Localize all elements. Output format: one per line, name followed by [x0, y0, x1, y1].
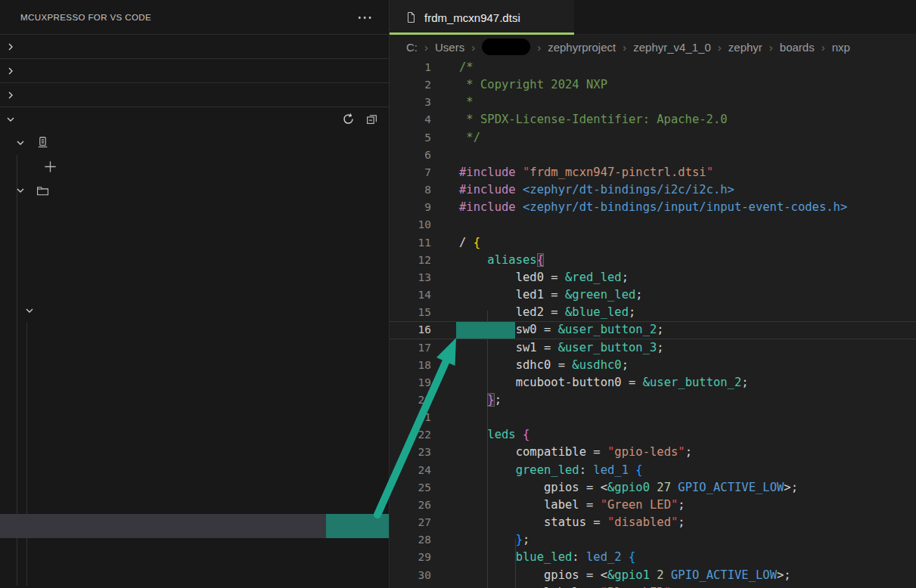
tree-item-led2[interactable] [0, 370, 389, 395]
tab-frdm-mcxn947-dtsi[interactable]: frdm_mcxn947.dtsi [390, 0, 574, 35]
code-line-3[interactable]: 3 * [390, 94, 916, 111]
breadcrumb-item-c[interactable]: C: [406, 41, 418, 54]
breadcrumb-item-boards[interactable]: boards [780, 41, 815, 54]
code-line-26[interactable]: 26 label = "Green LED"; [390, 497, 916, 514]
line-number[interactable]: 1 [390, 59, 431, 76]
more-actions-icon[interactable]: ⋯ [357, 14, 374, 21]
line-number[interactable]: 17 [390, 339, 431, 357]
tree-item-pwm-1[interactable] [0, 442, 389, 466]
line-number[interactable]: 30 [390, 567, 431, 584]
code-line-25[interactable]: 25 gpios = <&gpio0 27 GPIO_ACTIVE_LOW>; [390, 479, 916, 497]
breadcrumb-item-users[interactable]: Users [435, 41, 464, 54]
refresh-icon[interactable] [342, 113, 355, 125]
breadcrumb-item-zephyr[interactable]: zephyr [728, 41, 762, 54]
tree-item-sw1[interactable] [0, 538, 389, 562]
code-line-11[interactable]: 11/ { [390, 234, 916, 252]
code-line-28[interactable]: 28 }; [390, 531, 916, 549]
code-line-16[interactable]: 16 sw0 = &user_button_2; [390, 321, 916, 339]
line-number[interactable]: 3 [390, 94, 431, 111]
tree-item-sw0[interactable] [0, 514, 389, 538]
code-line-29[interactable]: 29 blue_led: led_2 { [390, 549, 916, 566]
line-number[interactable]: 22 [390, 426, 431, 444]
line-number[interactable]: 18 [390, 357, 431, 374]
code-line-31[interactable]: 31 label = "Blue LED"; [390, 584, 916, 588]
breadcrumb-item-nxp[interactable]: nxp [832, 41, 850, 54]
line-number[interactable]: 7 [390, 164, 431, 181]
tree-item-aliases[interactable] [0, 299, 389, 323]
line-number[interactable]: 4 [390, 111, 431, 128]
code-line-4[interactable]: 4 * SPDX-License-Identifier: Apache-2.0 [390, 111, 916, 128]
section-header-projects[interactable] [0, 82, 389, 107]
code-editor[interactable]: 1/*2 * Copyright 2024 NXP3 *4 * SPDX-Lic… [390, 59, 916, 588]
line-number[interactable]: 26 [390, 497, 431, 514]
code-line-21[interactable]: 21 [390, 409, 916, 426]
code-line-22[interactable]: 22 leds { [390, 426, 916, 444]
code-text: green_led: led_1 { [459, 463, 643, 477]
tree-item-model[interactable] [0, 274, 389, 299]
code-line-18[interactable]: 18 sdhc0 = &usdhc0; [390, 357, 916, 374]
line-number[interactable]: 11 [390, 234, 431, 252]
tree-item-rtc[interactable] [0, 466, 389, 491]
tree-item-overlay-files[interactable] [0, 131, 389, 155]
tree-item-button[interactable] [0, 178, 389, 203]
redacted-username [482, 39, 530, 55]
code-line-15[interactable]: 15 led2 = &blue_led; [390, 304, 916, 321]
code-line-19[interactable]: 19 mcuboot-button0 = &user_button_2; [390, 374, 916, 391]
tree-item-led0[interactable] [0, 323, 389, 347]
line-number[interactable]: 14 [390, 286, 431, 304]
line-number[interactable]: 5 [390, 129, 431, 147]
code-line-5[interactable]: 5 */ [390, 129, 916, 147]
sidebar-sections [0, 34, 389, 131]
code-line-8[interactable]: 8#include <zephyr/dt-bindings/i2c/i2c.h> [390, 181, 916, 199]
line-number[interactable]: 23 [390, 444, 431, 461]
line-number[interactable]: 21 [390, 409, 431, 426]
code-line-24[interactable]: 24 green_led: led_1 { [390, 462, 916, 479]
code-line-10[interactable]: 10 [390, 216, 916, 234]
tree-item-pwm-0[interactable] [0, 418, 389, 442]
tree-item-no-overlay-files-detected-click-to-create-one[interactable] [0, 155, 389, 179]
collapse-all-icon[interactable] [365, 113, 378, 125]
line-number[interactable]: 8 [390, 181, 431, 199]
line-number[interactable]: 29 [390, 549, 431, 566]
line-number[interactable]: 15 [390, 304, 431, 321]
code-line-27[interactable]: 27 status = "disabled"; [390, 514, 916, 531]
code-line-17[interactable]: 17 sw1 = &user_button_3; [390, 339, 916, 357]
code-line-1[interactable]: 1/* [390, 59, 916, 76]
code-line-14[interactable]: 14 led1 = &green_led; [390, 286, 916, 304]
section-header-quickstart-panel[interactable] [0, 34, 389, 58]
code-line-23[interactable]: 23 compatible = "gpio-leds"; [390, 444, 916, 461]
tree-item-address-cells[interactable] [0, 203, 389, 227]
line-number[interactable]: 20 [390, 391, 431, 409]
code-line-9[interactable]: 9#include <zephyr/dt-bindings/input/inpu… [390, 199, 916, 216]
line-number[interactable]: 28 [390, 531, 431, 549]
code-line-6[interactable]: 6 [390, 147, 916, 164]
code-line-30[interactable]: 30 gpios = <&gpio1 2 GPIO_ACTIVE_LOW>; [390, 567, 916, 584]
line-number[interactable]: 9 [390, 199, 431, 216]
section-header-imported-repositories[interactable] [0, 58, 389, 82]
line-number[interactable]: 6 [390, 147, 431, 164]
line-number[interactable]: 19 [390, 374, 431, 391]
line-number[interactable]: 25 [390, 479, 431, 497]
code-line-12[interactable]: 12 aliases{ [390, 252, 916, 269]
breadcrumb-item-zephyr-v4-1-0[interactable]: zephyr_v4_1_0 [633, 41, 711, 54]
section-header-device-tree[interactable] [0, 107, 389, 131]
line-number[interactable]: 24 [390, 462, 431, 479]
tree-item-sdhc0[interactable] [0, 490, 389, 514]
code-line-7[interactable]: 7#include "frdm_mcxn947-pinctrl.dtsi" [390, 164, 916, 181]
line-number[interactable]: 10 [390, 216, 431, 234]
code-line-20[interactable]: 20 }; [390, 391, 916, 409]
tree-item-led1[interactable] [0, 346, 389, 370]
tree-item-size-cells[interactable] [0, 227, 389, 251]
line-number[interactable]: 31 [390, 584, 431, 588]
line-number[interactable]: 2 [390, 76, 431, 94]
tree-item-compatible[interactable] [0, 250, 389, 274]
line-number[interactable]: 12 [390, 252, 431, 269]
line-number[interactable]: 16 [390, 322, 431, 338]
line-number[interactable]: 27 [390, 514, 431, 531]
tree-item-watchdog0[interactable] [0, 562, 389, 586]
code-line-2[interactable]: 2 * Copyright 2024 NXP [390, 76, 916, 94]
breadcrumb-item-zephyrproject[interactable]: zephyrproject [548, 41, 616, 54]
line-number[interactable]: 13 [390, 269, 431, 286]
tree-item-mcuboot-button0[interactable] [0, 395, 389, 419]
code-line-13[interactable]: 13 led0 = &red_led; [390, 269, 916, 286]
